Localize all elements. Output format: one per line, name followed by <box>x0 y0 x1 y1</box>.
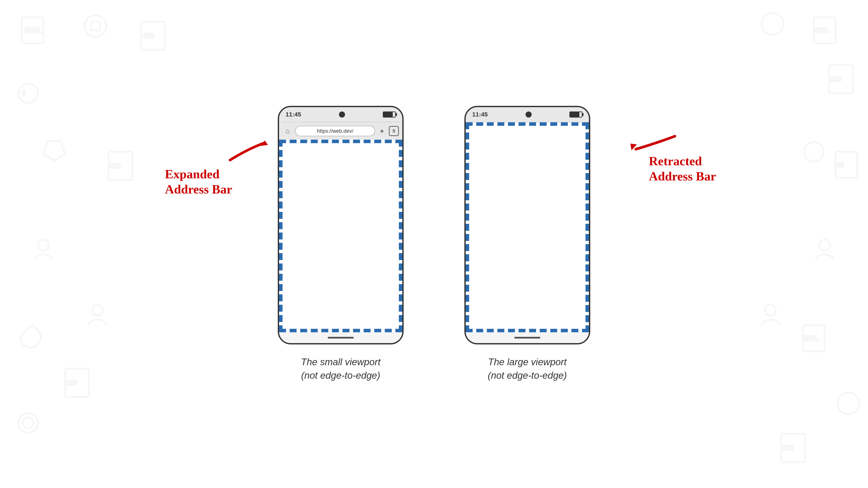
phone-right-label-line1: The large viewport <box>488 357 566 367</box>
status-bar-left: 11:45 <box>279 107 402 122</box>
add-tab-button: + <box>378 127 386 135</box>
status-bar-right: 11:45 <box>466 107 589 122</box>
battery-right <box>569 111 582 118</box>
viewport-area-left <box>279 140 402 332</box>
phone-left-label-line2: (not edge-to-edge) <box>301 370 380 381</box>
retracted-address-bar-annotation: Retracted Address Bar <box>649 154 716 184</box>
battery-fill-left <box>383 112 393 117</box>
bottom-indicator-right <box>514 337 540 338</box>
address-bar-left: ⌂ https://web.dev/ + 5 <box>279 122 402 140</box>
phone-right-label-line2: (not edge-to-edge) <box>488 370 567 381</box>
annotation-expanded-line2: Address Bar <box>165 182 232 196</box>
dashed-border-right <box>466 122 589 332</box>
annotation-retracted-line1: Retracted <box>649 154 702 168</box>
camera-right <box>526 111 532 118</box>
main-content: 11:45 ⌂ https://web.dev/ + 5 <box>0 0 868 488</box>
tab-count: 5 <box>389 126 399 136</box>
bottom-indicator-left <box>328 337 354 338</box>
phone-left-label: The small viewport (not edge-to-edge) <box>301 355 381 382</box>
camera-left <box>339 111 345 118</box>
home-icon: ⌂ <box>282 126 292 136</box>
annotation-expanded-line1: Expanded <box>165 167 219 181</box>
dashed-border-left <box>279 140 402 332</box>
svg-marker-30 <box>260 140 268 146</box>
url-bar: https://web.dev/ <box>295 126 375 136</box>
phone-bottom-right <box>466 332 589 343</box>
phone-right-container: 11:45 The large viewport <box>464 106 590 382</box>
annotation-retracted-line2: Address Bar <box>649 169 716 183</box>
phone-bottom-left <box>279 332 402 343</box>
expanded-address-bar-annotation: Expanded Address Bar <box>165 167 232 197</box>
phones-row: 11:45 ⌂ https://web.dev/ + 5 <box>278 106 590 382</box>
battery-left <box>383 111 396 118</box>
phone-left: 11:45 ⌂ https://web.dev/ + 5 <box>278 106 404 345</box>
phone-right-label: The large viewport (not edge-to-edge) <box>488 355 567 382</box>
viewport-area-right <box>466 122 589 332</box>
phone-left-label-line1: The small viewport <box>301 357 381 367</box>
url-text: https://web.dev/ <box>317 128 353 134</box>
status-time-left: 11:45 <box>286 111 301 118</box>
battery-fill-right <box>570 112 579 117</box>
phone-right: 11:45 <box>464 106 590 345</box>
phone-left-container: 11:45 ⌂ https://web.dev/ + 5 <box>278 106 404 382</box>
svg-marker-31 <box>630 143 637 150</box>
status-time-right: 11:45 <box>472 111 488 118</box>
